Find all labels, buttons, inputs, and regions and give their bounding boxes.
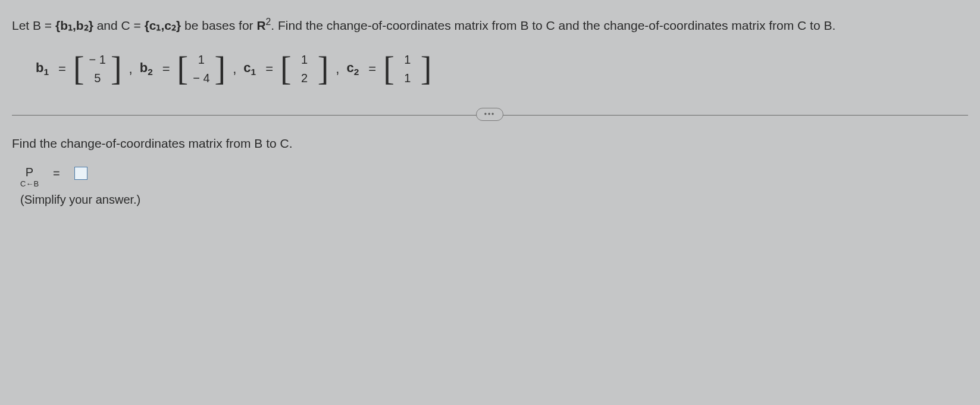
equals: = — [368, 61, 376, 77]
b1-r1: − 1 — [89, 53, 106, 67]
answer-section: P C←B = (Simplify your answer.) — [20, 166, 968, 207]
p-subscript: C←B — [20, 180, 39, 188]
text-part1: Let B = — [12, 18, 55, 32]
equals: = — [162, 61, 170, 77]
left-bracket: [ — [383, 54, 394, 83]
space-base: R — [256, 18, 265, 32]
right-bracket: ] — [318, 54, 329, 83]
p-label: P — [26, 166, 33, 179]
equals: = — [265, 61, 273, 77]
b2-label: b2 — [140, 60, 153, 77]
c1-r1: 1 — [296, 53, 313, 67]
vectors-row: b1 = [ − 1 5 ] , b2 = [ 1 − 4 ] , c1 = [… — [36, 53, 968, 85]
equals: = — [53, 167, 60, 180]
c1-label: c1 — [243, 60, 256, 77]
left-bracket: [ — [73, 54, 84, 83]
p-matrix-label: P C←B — [20, 166, 39, 188]
b2-vector: [ 1 − 4 ] — [177, 53, 226, 85]
b2-r2: − 4 — [193, 71, 209, 85]
text-part4: . Find the change-of-coordinates matrix … — [271, 18, 835, 32]
right-bracket: ] — [215, 54, 226, 83]
set-b: {b₁,b₂} — [55, 18, 93, 32]
b1-label: b1 — [36, 60, 49, 77]
c2-r1: 1 — [399, 53, 416, 67]
c1-vector: [ 1 2 ] — [280, 53, 328, 85]
c2-r2: 1 — [399, 71, 416, 85]
expand-button[interactable]: ••• — [476, 108, 503, 121]
right-bracket: ] — [111, 54, 122, 83]
simplify-hint: (Simplify your answer.) — [20, 193, 968, 207]
c2-vector: [ 1 1 ] — [383, 53, 431, 85]
divider-section: ••• — [12, 115, 968, 116]
equals: = — [58, 61, 66, 77]
question-prompt: Find the change-of-coordinates matrix fr… — [12, 136, 968, 151]
set-c: {c₁,c₂} — [145, 18, 181, 32]
text-part3: be bases for — [181, 18, 256, 32]
dots-icon: ••• — [484, 111, 496, 118]
problem-statement: Let B = {b₁,b₂} and C = {c₁,c₂} be bases… — [12, 15, 968, 35]
comma: , — [336, 61, 339, 77]
b1-vector: [ − 1 5 ] — [73, 53, 122, 85]
comma: , — [129, 61, 133, 77]
text-part2: and C = — [93, 18, 145, 32]
b1-r2: 5 — [89, 71, 106, 85]
c1-r2: 2 — [296, 71, 313, 85]
b2-r1: 1 — [193, 53, 209, 67]
comma: , — [233, 61, 236, 77]
right-bracket: ] — [421, 54, 432, 83]
c2-label: c2 — [346, 60, 359, 77]
answer-input[interactable] — [74, 167, 87, 180]
left-bracket: [ — [177, 54, 189, 83]
left-bracket: [ — [280, 54, 292, 83]
